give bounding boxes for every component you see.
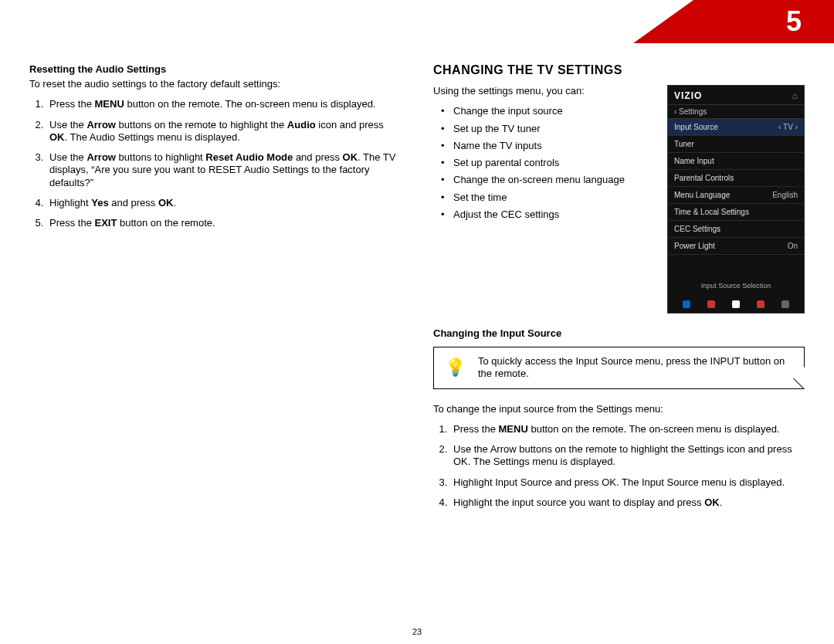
tip-callout: 💡 To quickly access the Input Source men… [433,347,805,389]
tv-icon [781,300,789,308]
right-intro-block: Using the settings menu, you can: Change… [433,85,655,314]
step-4: Highlight Yes and press OK. [46,197,401,209]
list-item: Set up the TV tuner [450,123,655,135]
tv-menu-screenshot: VIZIO ⌂ ‹ Settings Input Source ‹ TV › T… [667,85,805,314]
tip-text: To quickly access the Input Source menu,… [478,355,793,381]
tv-breadcrumb: ‹ Settings [668,104,804,119]
list-item: Change the input source [450,105,655,117]
intro2: To change the input source from the Sett… [433,403,805,415]
page-number: 23 [412,627,422,636]
capability-list: Change the input source Set up the TV tu… [433,105,655,221]
list-item: Set up parental controls [450,157,655,169]
tv-row-language: Menu LanguageEnglish [668,187,804,204]
tv-row-cec: CEC Settings [668,221,804,238]
tv-row-power-light: Power LightOn [668,238,804,255]
tv-caption: Input Source Selection [668,282,804,290]
section-head-tv-settings: CHANGING THE TV SETTINGS [433,63,805,77]
right-column: CHANGING THE TV SETTINGS Using the setti… [433,63,805,627]
lightbulb-icon: 💡 [445,359,466,376]
left-column: Resetting the Audio Settings To reset th… [29,63,401,627]
tv-header: VIZIO ⌂ [668,90,804,104]
vizio-logo: VIZIO [674,90,702,101]
list-item: Adjust the CEC settings [450,208,655,221]
tv-icon [683,300,690,308]
list-item: Set the time [450,192,655,204]
step-1: Press the MENU button on the remote. The… [450,423,805,436]
step-2: Use the Arrow buttons on the remote to h… [46,119,401,144]
right-intro: Using the settings menu, you can: [433,85,655,97]
tv-icon [707,300,715,308]
step-5: Press the EXIT button on the remote. [46,217,401,229]
step-2: Use the Arrow buttons on the remote to h… [450,443,805,469]
page-content: Resetting the Audio Settings To reset th… [29,63,805,627]
chapter-tab: 5 [633,0,834,43]
tv-row-tuner: Tuner [668,136,804,153]
subhead-input-source: Changing the Input Source [433,327,805,339]
list-item: Name the TV inputs [450,140,655,152]
step-3: Use the Arrow buttons to highlight Reset… [46,151,401,189]
step-4: Highlight the input source you want to d… [450,497,805,509]
chapter-number: 5 [786,5,802,38]
subhead-reset-audio: Resetting the Audio Settings [29,63,401,75]
tv-icon [732,300,740,308]
list-item: Change the on-screen menu language [450,174,655,186]
step-3: Highlight Input Source and press OK. The… [450,476,805,489]
change-input-steps: Press the MENU button on the remote. The… [433,423,805,509]
tv-row-name-input: Name Input [668,153,804,170]
tv-row-time: Time & Local Settings [668,204,804,221]
step-1: Press the MENU button on the remote. The… [46,98,401,110]
tv-icon [757,300,764,308]
reset-audio-steps: Press the MENU button on the remote. The… [29,98,401,229]
home-icon: ⌂ [792,90,798,101]
right-top-row: Using the settings menu, you can: Change… [433,85,805,314]
tv-bottom-icons [668,300,804,308]
intro-text: To reset the audio settings to the facto… [29,78,401,90]
tv-row-parental: Parental Controls [668,170,804,187]
tv-row-input-source: Input Source ‹ TV › [668,119,804,136]
